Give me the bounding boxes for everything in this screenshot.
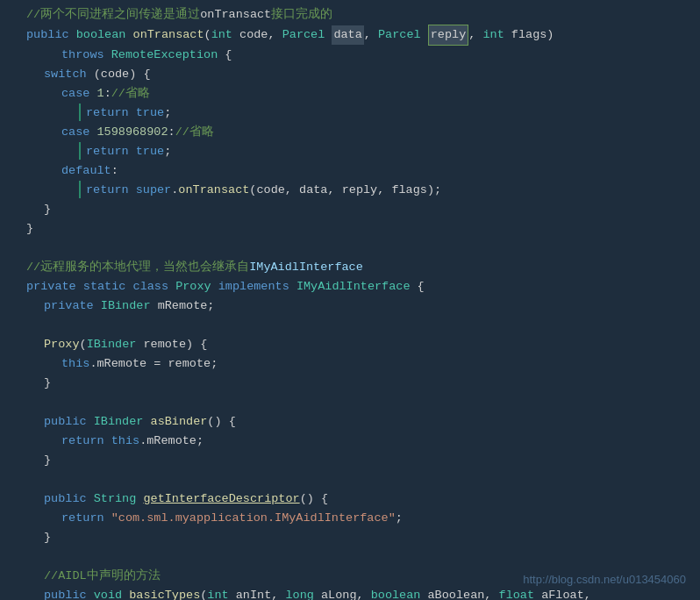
code-line — [26, 470, 700, 489]
code-line: //远程服务的本地代理，当然也会继承自IMyAidlInterface — [26, 258, 700, 277]
code-line: return this.mRemote; — [26, 432, 700, 451]
comment-text: //两个不同进程之间传递是通过onTransact接口完成的 — [26, 5, 332, 25]
code-line: return super.onTransact(code, data, repl… — [26, 181, 700, 200]
code-line: return true; — [26, 142, 700, 161]
vertical-bar — [79, 104, 81, 121]
code-line: case 1598968902://省略 — [26, 123, 700, 142]
code-line: } — [26, 374, 700, 393]
keyword: public — [26, 25, 76, 45]
code-line: } — [26, 528, 700, 547]
code-line — [26, 239, 700, 258]
vertical-bar — [79, 142, 81, 160]
code-line: private static class Proxy implements IM… — [26, 277, 700, 296]
code-line: public IBinder asBinder() { — [26, 412, 700, 432]
code-line: switch (code) { — [26, 65, 700, 84]
code-line: //两个不同进程之间传递是通过onTransact接口完成的 — [26, 5, 700, 25]
code-container: //两个不同进程之间传递是通过onTransact接口完成的 public bo… — [0, 0, 700, 600]
code-line: case 1://省略 — [26, 84, 700, 104]
code-line: public String getInterfaceDescriptor() { — [26, 489, 700, 509]
watermark: http://blog.csdn.net/u013454060 — [523, 571, 686, 589]
code-line: } — [26, 219, 700, 239]
code-line: private IBinder mRemote; — [26, 296, 700, 316]
code-line — [26, 547, 700, 567]
vertical-bar — [79, 181, 81, 198]
code-line: } — [26, 200, 700, 219]
code-line: return "com.sml.myapplication.IMyAidlInt… — [26, 509, 700, 528]
code-line: return true; — [26, 104, 700, 123]
code-line: throws RemoteException { — [26, 46, 700, 65]
highlight-data: data — [332, 25, 363, 45]
code-line — [26, 393, 700, 412]
code-line — [26, 316, 700, 335]
code-line: default: — [26, 161, 700, 181]
code-line: } — [26, 451, 700, 470]
highlight-reply: reply — [428, 25, 469, 46]
code-line: Proxy(IBinder remote) { — [26, 335, 700, 354]
code-line: public boolean onTransact(int code, Parc… — [26, 25, 700, 46]
code-line: this.mRemote = remote; — [26, 354, 700, 374]
